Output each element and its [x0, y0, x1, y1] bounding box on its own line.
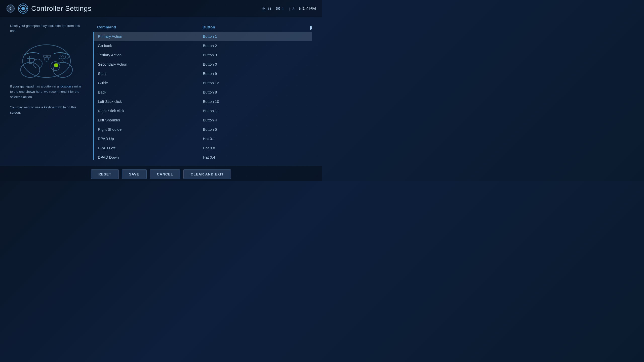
button-cell: Button 0	[203, 62, 308, 66]
clock: 5:02 PM	[299, 6, 316, 11]
notification-count: 11	[267, 7, 272, 11]
message-count: 1	[282, 7, 284, 11]
header-left: Controller Settings	[6, 4, 261, 14]
command-cell: Left Stick click	[98, 99, 203, 104]
page-title: Controller Settings	[31, 5, 92, 13]
back-button[interactable]	[6, 4, 15, 13]
mail-icon: ✉	[276, 6, 280, 12]
button-cell: Hat 0.8	[203, 146, 308, 150]
back-arrow-icon	[7, 5, 15, 13]
command-cell: Start	[98, 71, 203, 76]
command-cell: Tertiary Action	[98, 53, 203, 57]
button-cell: Button 1	[203, 34, 308, 38]
table-header: Command Button	[93, 23, 312, 31]
left-panel: Note: your gamepad may look different fr…	[10, 23, 83, 160]
highlight-location: location	[60, 84, 71, 88]
command-cell: Right Stick click	[98, 109, 203, 113]
download-group[interactable]: ↓ 3	[289, 6, 295, 12]
button-cell: Hat 0.4	[203, 155, 308, 159]
right-panel: Command Button Primary ActionButton 1Go …	[93, 23, 312, 160]
table-row[interactable]: DPAD DownHat 0.4	[94, 153, 312, 160]
steam-logo-icon	[18, 4, 28, 14]
command-cell: DPAD Down	[98, 155, 203, 159]
table-row[interactable]: DPAD UpHat 0.1	[94, 134, 312, 143]
command-cell: DPAD Left	[98, 146, 203, 150]
svg-point-8	[21, 62, 40, 77]
command-cell: Back	[98, 90, 203, 94]
gamepad-note: Note: your gamepad may look different fr…	[10, 23, 83, 33]
button-cell: Hat 0.1	[203, 137, 308, 141]
reset-button[interactable]: RESET	[91, 169, 119, 179]
button-cell: Button 12	[203, 81, 308, 85]
notification-group[interactable]: ⚠ 11	[261, 6, 272, 12]
alert-icon: ⚠	[261, 6, 266, 12]
command-cell: Right Shoulder	[98, 127, 203, 131]
col-button-header: Button	[203, 25, 308, 29]
main-content: Note: your gamepad may look different fr…	[0, 17, 322, 166]
svg-point-18	[65, 56, 68, 59]
gamepad-svg	[19, 37, 74, 80]
command-cell: Left Shoulder	[98, 118, 203, 122]
header: Controller Settings ⚠ 11 ✉ 1 ↓ 3 5:02 PM	[0, 0, 322, 17]
command-cell: Secondary Action	[98, 62, 203, 66]
command-cell: Go back	[98, 43, 203, 48]
svg-point-15	[59, 56, 62, 59]
table-row[interactable]: Right ShoulderButton 5	[94, 125, 312, 134]
button-cell: Button 4	[203, 118, 308, 122]
svg-point-21	[45, 57, 49, 61]
header-right: ⚠ 11 ✉ 1 ↓ 3 5:02 PM	[261, 6, 316, 12]
button-cell: Button 2	[203, 43, 308, 48]
table-row[interactable]: Primary ActionButton 1	[94, 32, 312, 41]
button-cell: Button 5	[203, 127, 308, 131]
svg-point-17	[62, 58, 65, 61]
table-row[interactable]: Secondary ActionButton 0	[94, 60, 312, 69]
table-row[interactable]: StartButton 9	[94, 69, 312, 78]
table-row[interactable]: Go backButton 2	[94, 41, 312, 50]
table-row[interactable]: BackButton 8	[94, 87, 312, 97]
command-cell: Guide	[98, 81, 203, 85]
clear-exit-button[interactable]: CLEAR AND EXIT	[183, 169, 231, 179]
cancel-button[interactable]: CANCEL	[150, 169, 180, 179]
gamepad-illustration	[10, 37, 83, 80]
svg-rect-19	[44, 55, 47, 57]
button-cell: Button 9	[203, 71, 308, 76]
svg-point-2	[21, 7, 25, 10]
bottom-bar: RESET SAVE CANCEL CLEAR AND EXIT	[0, 166, 322, 181]
svg-point-16	[62, 53, 65, 56]
table-row[interactable]: Left ShoulderButton 4	[94, 115, 312, 125]
button-cell: Button 10	[203, 99, 308, 104]
svg-rect-12	[27, 59, 34, 61]
command-cell: DPAD Up	[98, 137, 203, 141]
svg-point-14	[54, 63, 58, 67]
table-row[interactable]: Left Stick clickButton 10	[94, 97, 312, 106]
info-text-block: If your gamepad has a button in a locati…	[10, 84, 83, 115]
button-cell: Button 11	[203, 109, 308, 113]
button-cell: Button 3	[203, 53, 308, 57]
table-body[interactable]: Primary ActionButton 1Go backButton 2Ter…	[93, 32, 312, 160]
col-command-header: Command	[97, 25, 203, 29]
table-row[interactable]: GuideButton 12	[94, 78, 312, 87]
table-row[interactable]: Right Stick clickButton 11	[94, 106, 312, 115]
message-group[interactable]: ✉ 1	[276, 6, 284, 12]
save-button[interactable]: SAVE	[122, 169, 147, 179]
scroll-cursor-icon: ▶	[310, 24, 312, 31]
command-cell: Primary Action	[98, 34, 203, 38]
svg-rect-20	[48, 55, 51, 57]
download-icon: ↓	[289, 6, 291, 12]
download-count: 3	[293, 7, 295, 11]
table-row[interactable]: Tertiary ActionButton 3	[94, 50, 312, 60]
button-cell: Button 8	[203, 90, 308, 94]
table-row[interactable]: DPAD LeftHat 0.8	[94, 143, 312, 153]
